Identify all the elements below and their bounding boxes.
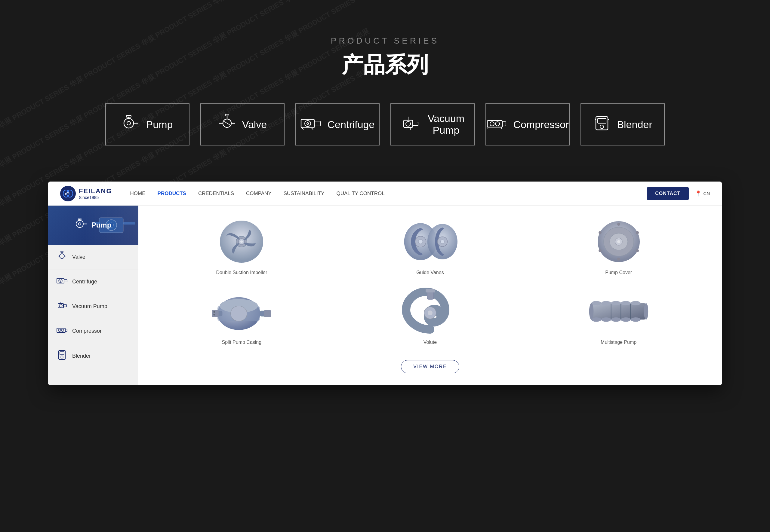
svg-point-85 <box>599 231 602 234</box>
nav-credentials[interactable]: CREDENTIALS <box>198 191 234 197</box>
vacuum-pump-card-label: VacuumPump <box>428 113 465 136</box>
product-item-guide-vanes[interactable]: Guide Vanes <box>345 218 516 275</box>
svg-point-74 <box>419 240 423 244</box>
svg-point-54 <box>59 279 62 283</box>
category-card-vacuum-pump[interactable]: VacuumPump <box>391 103 475 145</box>
sidebar-item-centrifuge[interactable]: Centrifuge <box>48 270 138 294</box>
pump-card-icon <box>122 114 140 135</box>
svg-point-115 <box>611 317 621 322</box>
vacuum-pump-card-icon <box>401 114 422 135</box>
category-card-valve[interactable]: Valve <box>200 103 284 145</box>
main-content: Pump <box>48 206 722 385</box>
centrifuge-card-icon <box>300 116 321 133</box>
svg-point-58 <box>59 304 62 307</box>
svg-rect-30 <box>598 118 606 123</box>
svg-rect-95 <box>212 310 219 317</box>
svg-point-25 <box>496 122 500 126</box>
sidebar-item-blender[interactable]: Blender <box>48 343 138 369</box>
valve-card-icon <box>218 114 236 135</box>
svg-point-117 <box>631 317 641 322</box>
nav-company[interactable]: COMPANY <box>246 191 271 197</box>
sidebar-valve-label: Valve <box>72 254 85 260</box>
svg-point-87 <box>599 249 602 252</box>
svg-rect-100 <box>426 289 435 292</box>
svg-point-108 <box>591 301 601 305</box>
svg-point-109 <box>601 301 611 305</box>
browser-section: cfl FEILANG Since1985 HOME PRODUCTS CRED… <box>48 182 722 385</box>
category-card-compressor[interactable]: Compressor <box>486 103 570 145</box>
category-card-centrifuge[interactable]: Centrifuge <box>295 103 379 145</box>
svg-rect-61 <box>57 328 65 332</box>
category-card-pump[interactable]: Pump <box>105 103 189 145</box>
product-item-volute[interactable]: Volute <box>345 287 516 345</box>
product-series-title: 产品系列 <box>0 50 770 79</box>
sidebar-compressor-label: Compressor <box>72 328 102 334</box>
sidebar-item-vacuum-pump[interactable]: Vacuum Pump <box>48 294 138 319</box>
svg-point-31 <box>600 125 604 129</box>
sidebar: Pump <box>48 206 138 385</box>
svg-point-82 <box>617 240 620 243</box>
svg-point-62 <box>58 329 61 332</box>
svg-point-102 <box>428 310 433 315</box>
svg-point-98 <box>213 314 215 315</box>
product-item-pump-cover[interactable]: Pump Cover <box>533 218 704 275</box>
svg-point-39 <box>78 223 81 225</box>
valve-sidebar-icon <box>57 251 67 263</box>
product-image-impeller <box>211 218 271 266</box>
logo-area[interactable]: cfl FEILANG Since1985 <box>60 186 112 201</box>
logo-since: Since1985 <box>79 195 112 200</box>
sidebar-blender-label: Blender <box>72 353 91 359</box>
contact-button[interactable]: CONTACT <box>647 187 689 200</box>
svg-rect-9 <box>225 114 229 116</box>
product-image-guide-vanes <box>400 218 460 266</box>
sidebar-item-compressor[interactable]: Compressor <box>48 319 138 343</box>
svg-point-71 <box>240 240 243 243</box>
lang-label: CN <box>703 191 710 196</box>
centrifuge-card-label: Centrifuge <box>327 119 375 130</box>
svg-point-13 <box>307 123 308 124</box>
svg-text:cfl: cfl <box>65 192 69 195</box>
valve-card-label: Valve <box>242 119 267 130</box>
svg-point-112 <box>631 301 641 305</box>
product-item-split-pump-casing[interactable]: Split Pump Casing <box>156 287 327 345</box>
pump-card-label: Pump <box>146 119 173 130</box>
nav-right: CONTACT 📍 CN <box>647 187 710 200</box>
product-grid: Double Suction Impeller <box>138 206 722 385</box>
sidebar-pump-banner[interactable]: Pump <box>48 206 138 245</box>
svg-point-119 <box>644 303 648 320</box>
product-label-split-pump-casing: Split Pump Casing <box>222 340 262 345</box>
nav-products[interactable]: PRODUCTS <box>158 191 186 197</box>
view-more-button[interactable]: VIEW MORE <box>401 360 459 373</box>
category-cards: Pump Valve <box>0 103 770 145</box>
compressor-card-icon <box>486 116 507 133</box>
blender-card-icon <box>593 114 611 135</box>
nav-links: HOME PRODUCTS CREDENTIALS COMPANY SUSTAI… <box>130 191 647 197</box>
svg-point-18 <box>406 121 411 126</box>
svg-rect-96 <box>264 310 271 317</box>
svg-point-88 <box>636 249 639 252</box>
svg-point-94 <box>231 306 247 321</box>
product-label-impeller: Double Suction Impeller <box>216 270 267 275</box>
svg-point-0 <box>124 118 133 128</box>
svg-point-38 <box>76 220 83 228</box>
nav-quality-control[interactable]: QUALITY CONTROL <box>336 191 384 197</box>
svg-point-1 <box>127 121 130 125</box>
product-item-multistage-pump[interactable]: Multistage Pump <box>533 287 704 345</box>
svg-rect-103 <box>591 303 646 320</box>
nav-bar: cfl FEILANG Since1985 HOME PRODUCTS CRED… <box>48 182 722 206</box>
svg-point-110 <box>611 301 621 305</box>
lang-selector[interactable]: 📍 CN <box>695 190 710 197</box>
sidebar-item-valve[interactable]: Valve <box>48 245 138 270</box>
product-item-impeller[interactable]: Double Suction Impeller <box>156 218 327 275</box>
pin-icon: 📍 <box>695 190 701 197</box>
svg-point-83 <box>617 223 620 226</box>
product-image-multistage-pump <box>589 287 649 335</box>
nav-home[interactable]: HOME <box>130 191 146 197</box>
nav-sustainability[interactable]: SUSTAINABILITY <box>284 191 324 197</box>
category-card-blender[interactable]: Blender <box>581 103 665 145</box>
pump-banner-label: Pump <box>91 221 112 229</box>
compressor-sidebar-icon <box>57 326 67 336</box>
product-label-multistage-pump: Multistage Pump <box>601 340 637 345</box>
product-label-pump-cover: Pump Cover <box>605 270 632 275</box>
svg-rect-47 <box>123 222 135 225</box>
